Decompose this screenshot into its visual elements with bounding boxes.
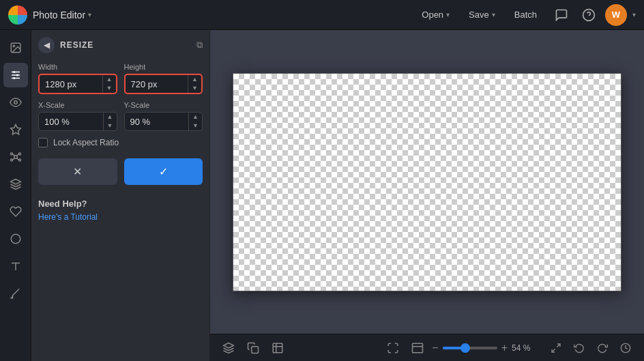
save-button[interactable]: Save ▾ bbox=[460, 6, 503, 23]
zoom-in-button[interactable]: + bbox=[501, 342, 508, 354]
header-icons: W ▾ bbox=[551, 4, 636, 26]
svg-point-15 bbox=[10, 159, 12, 161]
width-up-button[interactable]: ▲ bbox=[103, 75, 116, 84]
external-link-icon[interactable]: ⧉ bbox=[196, 40, 203, 50]
yscale-field-group: Y-Scale ▲ ▼ bbox=[124, 101, 203, 131]
redo-icon-button[interactable] bbox=[592, 338, 613, 358]
canvas-area: − + 54 % bbox=[210, 30, 644, 361]
panel-header: ◀ RESIZE ⧉ bbox=[38, 37, 203, 53]
xscale-down-button[interactable]: ▼ bbox=[104, 121, 117, 130]
app-name-chevron: ▾ bbox=[88, 11, 91, 18]
lock-aspect-label: Lock Aspect Ratio bbox=[53, 138, 119, 147]
height-input[interactable] bbox=[126, 76, 188, 93]
text-icon-button[interactable] bbox=[3, 254, 28, 278]
zoom-out-button[interactable]: − bbox=[432, 342, 438, 354]
brush-icon-button[interactable] bbox=[3, 281, 28, 306]
layers-icon-button[interactable] bbox=[3, 172, 28, 197]
svg-line-19 bbox=[12, 158, 14, 160]
scale-fields: X-Scale ▲ ▼ Y-Scale ▲ ▼ bbox=[38, 101, 203, 131]
xscale-input-wrap: ▲ ▼ bbox=[38, 112, 117, 131]
share-icon-button[interactable] bbox=[546, 338, 566, 358]
svg-line-31 bbox=[557, 344, 560, 347]
nodes-icon-button[interactable] bbox=[3, 145, 28, 169]
yscale-down-button[interactable]: ▼ bbox=[189, 121, 202, 130]
width-label: Width bbox=[38, 63, 117, 71]
yscale-spinners: ▲ ▼ bbox=[188, 113, 202, 130]
xscale-input[interactable] bbox=[39, 113, 103, 130]
svg-line-18 bbox=[16, 154, 18, 156]
undo-icon-button[interactable] bbox=[569, 338, 589, 358]
height-input-wrap: ▲ ▼ bbox=[124, 74, 203, 94]
open-chevron: ▾ bbox=[446, 11, 450, 18]
yscale-input[interactable] bbox=[125, 113, 189, 130]
xscale-label: X-Scale bbox=[38, 101, 117, 109]
help-link[interactable]: Here's a Tutorial bbox=[38, 212, 98, 222]
resize-icon-button[interactable] bbox=[267, 338, 288, 358]
width-down-button[interactable]: ▼ bbox=[103, 84, 116, 93]
confirm-button[interactable]: ✓ bbox=[124, 158, 203, 185]
chat-icon-button[interactable] bbox=[551, 4, 572, 26]
height-spinners: ▲ ▼ bbox=[188, 75, 201, 93]
zoom-controls: − + 54 % bbox=[432, 342, 536, 354]
header: Photo Editor ▾ Open ▾ Save ▾ Batch W ▾ bbox=[0, 0, 644, 30]
svg-point-13 bbox=[10, 153, 12, 155]
side-panel: ◀ RESIZE ⧉ Width ▲ ▼ Height bbox=[31, 30, 210, 361]
zoom-value: 54 % bbox=[512, 343, 536, 353]
cancel-button[interactable]: ✕ bbox=[38, 158, 117, 185]
xscale-spinners: ▲ ▼ bbox=[103, 113, 117, 130]
cancel-icon: ✕ bbox=[73, 165, 82, 178]
fullscreen-icon-button[interactable] bbox=[407, 338, 428, 358]
confirm-icon: ✓ bbox=[159, 165, 168, 178]
panel-title: RESIZE bbox=[60, 40, 93, 50]
width-input[interactable] bbox=[40, 76, 102, 93]
image-icon-button[interactable] bbox=[3, 35, 28, 60]
app-name: Photo Editor ▾ bbox=[33, 10, 91, 20]
height-up-button[interactable]: ▲ bbox=[188, 75, 201, 84]
canvas-main bbox=[210, 30, 644, 334]
yscale-label: Y-Scale bbox=[124, 101, 203, 109]
height-down-button[interactable]: ▼ bbox=[188, 84, 201, 93]
icon-bar bbox=[0, 30, 31, 361]
star-icon-button[interactable] bbox=[3, 117, 28, 142]
svg-point-9 bbox=[13, 77, 15, 79]
height-field-group: Height ▲ ▼ bbox=[124, 63, 203, 94]
yscale-up-button[interactable]: ▲ bbox=[189, 113, 202, 121]
app-logo bbox=[8, 5, 27, 25]
app-name-label: Photo Editor bbox=[33, 10, 85, 20]
lock-aspect-checkbox[interactable] bbox=[38, 138, 48, 147]
shape-icon-button[interactable] bbox=[3, 227, 28, 251]
panel-header-left: ◀ RESIZE bbox=[38, 37, 93, 53]
svg-point-10 bbox=[14, 101, 17, 104]
duplicate-icon-button[interactable] bbox=[243, 338, 263, 358]
xscale-up-button[interactable]: ▲ bbox=[104, 113, 117, 121]
history-icon-button[interactable] bbox=[615, 338, 636, 358]
layers-bottom-icon-button[interactable] bbox=[218, 338, 239, 358]
svg-marker-26 bbox=[224, 343, 234, 348]
width-field-group: Width ▲ ▼ bbox=[38, 63, 117, 94]
svg-marker-11 bbox=[10, 125, 20, 134]
fit-icon-button[interactable] bbox=[383, 338, 403, 358]
eye-icon-button[interactable] bbox=[3, 90, 28, 115]
svg-point-16 bbox=[18, 159, 20, 161]
panel-back-button[interactable]: ◀ bbox=[38, 37, 55, 53]
svg-point-14 bbox=[18, 153, 20, 155]
avatar-chevron[interactable]: ▾ bbox=[632, 11, 636, 18]
save-label: Save bbox=[469, 10, 489, 20]
help-section: Need Help? Here's a Tutorial bbox=[38, 199, 203, 222]
adjustments-icon-button[interactable] bbox=[3, 63, 28, 87]
bottom-bar: − + 54 % bbox=[210, 334, 644, 361]
svg-rect-29 bbox=[413, 343, 423, 353]
avatar[interactable]: W bbox=[605, 4, 627, 26]
help-icon-button[interactable] bbox=[578, 4, 600, 26]
heart-icon-button[interactable] bbox=[3, 199, 28, 224]
open-button[interactable]: Open ▾ bbox=[413, 6, 458, 23]
header-nav: Open ▾ Save ▾ Batch bbox=[413, 6, 545, 23]
svg-line-32 bbox=[552, 349, 555, 352]
width-input-wrap: ▲ ▼ bbox=[38, 74, 117, 94]
zoom-slider[interactable] bbox=[443, 347, 497, 349]
svg-point-22 bbox=[11, 234, 20, 244]
dimension-fields: Width ▲ ▼ Height ▲ ▼ bbox=[38, 63, 203, 94]
batch-button[interactable]: Batch bbox=[506, 6, 545, 23]
svg-line-25 bbox=[12, 289, 19, 296]
open-label: Open bbox=[422, 10, 443, 20]
